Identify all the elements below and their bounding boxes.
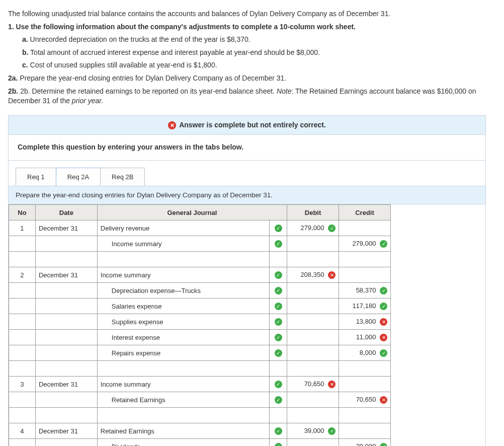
cell-debit[interactable]	[287, 408, 339, 423]
cell-date[interactable]: December 31	[35, 220, 97, 236]
cell-credit[interactable]: 13,800 ✕	[339, 314, 391, 330]
cell-debit[interactable]	[287, 361, 339, 377]
cell-account[interactable]: Depreciation expense—Trucks	[97, 283, 269, 299]
cell-no[interactable]	[9, 361, 36, 377]
cell-no[interactable]	[9, 392, 36, 408]
cell-account[interactable]: Repairs expense	[97, 345, 269, 361]
cell-date[interactable]	[35, 283, 97, 299]
th-no: No	[9, 205, 36, 220]
cell-credit[interactable]: 279,000 ✓	[339, 236, 391, 252]
cell-account[interactable]: Income summary	[97, 236, 269, 252]
cell-no[interactable]: 3	[9, 377, 36, 392]
status-banner: ✕Answer is complete but not entirely cor…	[9, 116, 485, 135]
tab-req2a[interactable]: Req 2A	[56, 168, 101, 186]
cell-no[interactable]	[9, 345, 36, 361]
cell-account[interactable]: Supplies expense	[97, 314, 269, 330]
cell-no[interactable]	[9, 314, 36, 330]
cell-credit[interactable]	[339, 408, 391, 423]
cell-date[interactable]: December 31	[35, 423, 97, 439]
cell-account[interactable]: Retained Earnings	[97, 392, 269, 408]
cell-credit[interactable]: 8,000 ✓	[339, 345, 391, 361]
check-icon: ✓	[328, 427, 335, 435]
cell-rowmark: ✓	[270, 220, 287, 236]
cell-debit[interactable]: 279,000 ✓	[287, 220, 339, 236]
cell-debit[interactable]	[287, 345, 339, 361]
tab-req1[interactable]: Req 1	[16, 168, 56, 186]
cell-no[interactable]	[9, 439, 36, 446]
cell-no[interactable]	[9, 283, 36, 299]
cell-no[interactable]: 2	[9, 267, 36, 283]
cell-account[interactable]: Dividends	[97, 439, 269, 446]
cell-date[interactable]: December 31	[35, 267, 97, 283]
cell-date[interactable]: December 31	[35, 377, 97, 392]
cell-debit[interactable]	[287, 392, 339, 408]
table-row: Supplies expense✓13,800 ✕	[9, 314, 391, 330]
cell-account[interactable]: Income summary	[97, 267, 269, 283]
cell-account[interactable]: Interest expense	[97, 330, 269, 345]
cell-credit[interactable]	[339, 220, 391, 236]
check-icon: ✓	[275, 427, 282, 435]
cell-date[interactable]	[35, 314, 97, 330]
cell-credit[interactable]: 117,180 ✓	[339, 299, 391, 314]
cell-credit[interactable]: 70,650 ✕	[339, 392, 391, 408]
cell-debit[interactable]: 70,650 ✕	[287, 377, 339, 392]
cell-no[interactable]: 1	[9, 220, 36, 236]
table-row: Dividends✓39,000 ✓	[9, 439, 391, 446]
cell-debit[interactable]	[287, 330, 339, 345]
cell-debit[interactable]	[287, 236, 339, 252]
cell-date[interactable]	[35, 299, 97, 314]
step2b-text: 2b. 2b. Determine the retained earnings …	[8, 87, 496, 106]
cell-debit[interactable]	[287, 252, 339, 267]
cell-debit[interactable]	[287, 299, 339, 314]
table-row	[9, 361, 391, 377]
cell-rowmark: ✓	[270, 330, 287, 345]
cell-date[interactable]	[35, 345, 97, 361]
table-row: Income summary✓279,000 ✓	[9, 236, 391, 252]
cell-date[interactable]	[35, 330, 97, 345]
cell-debit[interactable]	[287, 314, 339, 330]
check-icon: ✓	[275, 287, 282, 294]
cell-debit[interactable]: 39,000 ✓	[287, 423, 339, 439]
cell-account[interactable]	[97, 252, 269, 267]
cell-rowmark: ✓	[270, 345, 287, 361]
cell-rowmark: ✓	[270, 423, 287, 439]
cell-account[interactable]	[97, 361, 269, 377]
cell-no[interactable]	[9, 330, 36, 345]
cell-no[interactable]: 4	[9, 423, 36, 439]
cell-account[interactable]: Income summary	[97, 377, 269, 392]
cell-rowmark: ✓	[270, 392, 287, 408]
cell-rowmark: ✓	[270, 299, 287, 314]
cell-credit[interactable]: 39,000 ✓	[339, 439, 391, 446]
cell-credit[interactable]: 11,000 ✕	[339, 330, 391, 345]
cell-debit[interactable]: 208,350 ✕	[287, 267, 339, 283]
cell-account[interactable]	[97, 408, 269, 423]
cell-credit[interactable]: 58,370 ✓	[339, 283, 391, 299]
cell-no[interactable]	[9, 299, 36, 314]
cell-no[interactable]	[9, 252, 36, 267]
cell-credit[interactable]	[339, 267, 391, 283]
table-row	[9, 252, 391, 267]
cell-no[interactable]	[9, 236, 36, 252]
cell-date[interactable]	[35, 252, 97, 267]
table-row	[9, 408, 391, 423]
cell-rowmark: ✓	[270, 267, 287, 283]
cell-account[interactable]: Delivery revenue	[97, 220, 269, 236]
cell-account[interactable]: Salaries expense	[97, 299, 269, 314]
cell-credit[interactable]	[339, 252, 391, 267]
cell-credit[interactable]	[339, 377, 391, 392]
cell-debit[interactable]	[287, 283, 339, 299]
cell-credit[interactable]	[339, 423, 391, 439]
cell-rowmark: ✓	[270, 283, 287, 299]
cell-debit[interactable]	[287, 439, 339, 446]
cell-date[interactable]	[35, 392, 97, 408]
intro-text: The following unadjusted trial balance c…	[8, 9, 496, 19]
cell-date[interactable]	[35, 361, 97, 377]
cell-rowmark	[270, 408, 287, 423]
cell-date[interactable]	[35, 439, 97, 446]
cell-date[interactable]	[35, 408, 97, 423]
cell-account[interactable]: Retained Earnings	[97, 423, 269, 439]
cell-no[interactable]	[9, 408, 36, 423]
tab-req2b[interactable]: Req 2B	[100, 168, 145, 186]
cell-credit[interactable]	[339, 361, 391, 377]
cell-date[interactable]	[35, 236, 97, 252]
